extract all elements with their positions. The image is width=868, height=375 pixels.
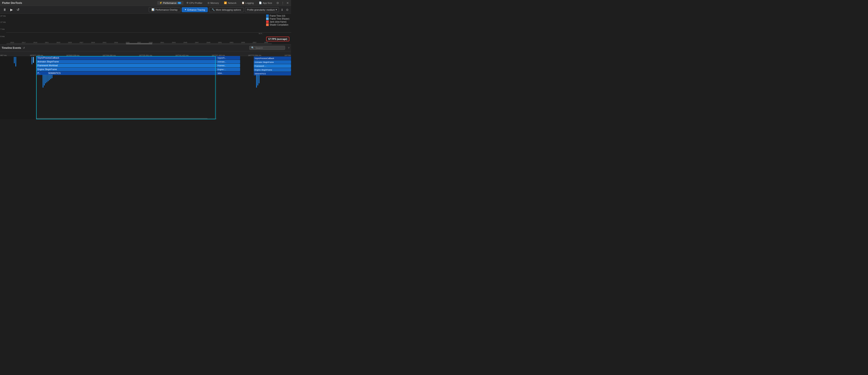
search-input[interactable] <box>255 46 283 49</box>
far-right-event-0[interactable]: VsyncProcessCallback <box>254 57 291 60</box>
toolbar: ⏸ ▶ ↺ 📊 Performance Overlay ✦ Enhance Tr… <box>0 6 291 13</box>
close-icon[interactable]: ✕ <box>286 1 289 5</box>
timeline-title: Timeline Events <box>2 46 21 50</box>
timeline-mini-bar-6 <box>49 75 50 80</box>
memory-tab-label: Memory <box>211 2 219 4</box>
time-mark-8: 187789.635 ms <box>284 54 291 57</box>
enhance-tracing-button[interactable]: ✦ Enhance Tracing <box>182 7 208 12</box>
more-icon[interactable]: ⋮ <box>281 1 284 5</box>
right-mini-panel: VsyncPr...Animato...Framew...Engine::...… <box>216 56 291 119</box>
timeline-refresh-icon[interactable]: ↺ <box>23 46 25 50</box>
nav-tab-network[interactable]: 📶 Network <box>222 1 239 5</box>
enhance-icon: ✦ <box>185 8 186 11</box>
settings-button[interactable]: ⚙ <box>285 7 289 12</box>
chart-bars[interactable] <box>6 15 272 40</box>
chart-scrollbar[interactable] <box>6 43 272 44</box>
legend-item-0: Frame Time (UI) <box>266 14 289 17</box>
right-panel-event-0[interactable]: VsyncPr... <box>217 56 240 60</box>
timeline-mini-bar-8 <box>52 75 53 78</box>
legend-color-0 <box>266 14 269 17</box>
far-right-event-3[interactable]: Engine::BeginFrame <box>254 68 291 71</box>
performance-tab-label: Performance <box>163 2 177 4</box>
time-mark-3: 187709.280 ms <box>102 54 116 57</box>
timeline-mini-bar-4 <box>46 75 47 82</box>
event-row-5[interactable]: SEMANTICS <box>47 71 216 75</box>
performance-tab-icon: ⚡ <box>159 1 162 4</box>
time-mark-2: 187693.209 ms <box>66 54 79 57</box>
appsize-tab-icon: 📄 <box>259 1 262 4</box>
timeline-mini-bar-2 <box>44 75 45 86</box>
title-bar-icons: ⚙ ⋮ ✕ <box>276 1 289 5</box>
event-row-1[interactable]: Animator::BeginFrame <box>36 60 216 63</box>
pause-button[interactable]: ⏸ <box>2 7 8 12</box>
y-label-7ms: 7 ms <box>0 28 5 30</box>
right-mini-bar-1 <box>256 75 257 88</box>
network-tab-label: Network <box>228 2 236 4</box>
help-icon[interactable]: ? <box>288 46 289 49</box>
time-mark-7: 187773.564 ms <box>248 54 261 57</box>
left-bar-4 <box>33 57 34 63</box>
settings-icon[interactable]: ⚙ <box>276 1 279 5</box>
timeline-mini-bar-7 <box>50 75 51 79</box>
fps-badge: 57 FPS (average) <box>266 37 289 41</box>
play-button[interactable]: ▶ <box>9 7 14 12</box>
performance-tab-badge: 72 <box>178 2 181 4</box>
right-panel-event-2[interactable]: Framew... <box>217 64 240 67</box>
logging-tab-icon: 📋 <box>242 1 245 4</box>
timeline-body: 187661.067 ms187677.138 ms187693.209 ms1… <box>0 51 291 119</box>
time-mark-4: 187725.351 ms <box>139 54 152 57</box>
download-button[interactable]: ⬇ <box>280 7 284 12</box>
legend-color-1 <box>266 18 269 20</box>
network-tab-icon: 📶 <box>224 1 227 4</box>
memory-tab-icon: ◎ <box>208 1 210 4</box>
event-row-0[interactable]: VsyncProcessCallback <box>36 56 216 60</box>
logging-tab-label: Logging <box>245 2 254 4</box>
right-mini-bar-3 <box>259 75 259 83</box>
time-mark-5: 187741.422 ms <box>175 54 189 57</box>
chart-icon: 📊 <box>152 8 154 11</box>
main-timeline[interactable]: VsyncProcessCallbackAnimator::BeginFrame… <box>36 56 216 119</box>
legend-item-2: Jank (slow frame) <box>266 21 289 23</box>
event-row-2[interactable]: Framework Workload <box>36 64 216 67</box>
title-bar: Flutter DevTools ⚡ Performance72⚙ CPU Pr… <box>0 0 291 6</box>
y-label-0ms: 0 ms <box>0 35 5 37</box>
timeline-mini-bar-5 <box>48 75 49 81</box>
timeline-header: Timeline Events ↺ 🔍 ? <box>0 44 291 51</box>
legend-color-2 <box>266 21 269 23</box>
profile-granularity-select[interactable]: Profile granularity: medium ▾ <box>245 7 279 12</box>
legend-label-3: Shader Compilation <box>270 24 288 26</box>
y-label-27ms: 27 ms <box>0 15 6 17</box>
performance-overlay-button[interactable]: 📊 Performance Overlay <box>149 7 181 12</box>
nav-tab-cpu[interactable]: ⚙ CPU Profiler <box>184 1 205 5</box>
scrollbar-thumb[interactable] <box>126 43 153 44</box>
right-panel-event-3[interactable]: Engine::... <box>217 67 240 71</box>
appsize-tab-label: App Size <box>263 2 272 4</box>
legend-color-3 <box>266 24 269 26</box>
right-panel-event-1[interactable]: Animato... <box>217 60 240 63</box>
legend: Frame Time (UI) Frame Time (Raster) Jank… <box>266 14 289 26</box>
y-label-17ms: 17 ms <box>0 21 6 23</box>
time-ruler: 187661.067 ms187677.138 ms187693.209 ms1… <box>0 51 291 56</box>
timeline-mini-bar-3 <box>45 75 46 83</box>
nav-tab-appsize[interactable]: 📄 App Size <box>257 1 274 5</box>
far-right-event-2[interactable]: Framework ... <box>254 64 291 68</box>
left-bar-3 <box>32 57 32 64</box>
cpu-tab-label: CPU Profiler <box>189 2 203 4</box>
left-bar-2 <box>16 57 16 66</box>
nav-tabs: ⚡ Performance72⚙ CPU Profiler◎ Memory📶 N… <box>157 1 274 5</box>
app-title: Flutter DevTools <box>2 1 22 4</box>
legend-label-1: Frame Time (Raster) <box>270 18 289 20</box>
right-panel-event-4[interactable]: SEM... <box>217 71 240 75</box>
timeline-scrollbar-thumb[interactable] <box>36 118 208 119</box>
nav-tab-memory[interactable]: ◎ Memory <box>206 1 221 5</box>
legend-label-2: Jank (slow frame) <box>270 21 286 23</box>
cpu-tab-icon: ⚙ <box>186 1 189 4</box>
event-row-3[interactable]: Engine::BeginFrame <box>36 67 216 71</box>
far-right-event-1[interactable]: Animator::BeginFrame <box>254 60 291 64</box>
debug-icon: 🔧 <box>212 8 215 11</box>
more-debugging-button[interactable]: 🔧 More debugging options <box>209 7 244 12</box>
timeline-scrollbar[interactable] <box>36 118 216 119</box>
nav-tab-logging[interactable]: 📋 Logging <box>240 1 256 5</box>
refresh-button[interactable]: ↺ <box>16 7 21 12</box>
nav-tab-performance[interactable]: ⚡ Performance72 <box>157 1 183 5</box>
